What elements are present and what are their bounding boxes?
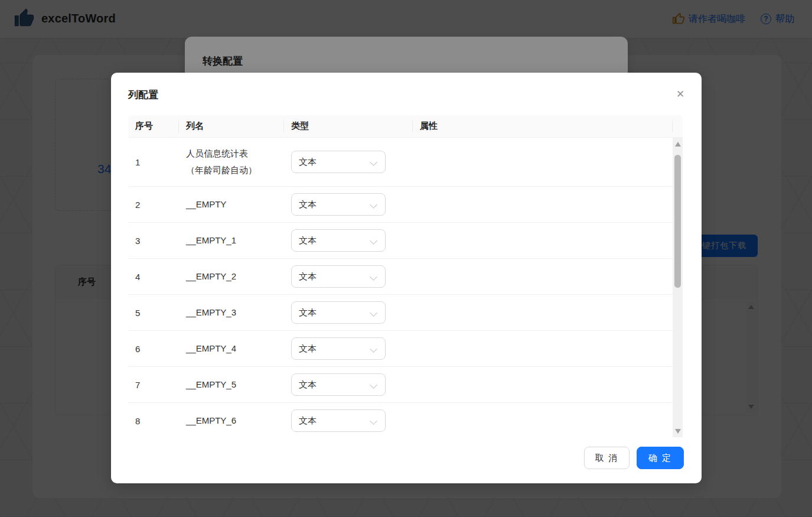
chevron-down-icon [370,273,377,281]
type-select-value: 文本 [299,307,317,318]
row-index: 8 [128,416,179,426]
type-select-value: 文本 [299,235,317,246]
type-cell: 文本 [284,409,413,432]
row-index: 1 [128,157,179,167]
column-config-modal: 列配置 ✕ 序号 列名 类型 属性 1 人员信息统计表 （年龄司龄自动） 文本 [111,73,702,483]
table-header-row: 序号 列名 类型 属性 [128,115,683,138]
type-select-value: 文本 [299,415,317,427]
type-select[interactable]: 文本 [291,151,386,173]
column-name: __EMPTY [179,196,284,213]
type-select[interactable]: 文本 [291,265,386,288]
column-name: __EMPTY_1 [179,232,284,249]
table-body: 1 人员信息统计表 （年龄司龄自动） 文本 2 __EMPTY [128,138,673,437]
row-index: 4 [128,272,179,282]
scroll-down-icon [675,429,681,434]
type-cell: 文本 [284,151,413,173]
column-name: __EMPTY_6 [179,412,284,429]
modal-table-scrollbar[interactable] [673,138,683,437]
row-index: 7 [128,380,179,390]
page: excelToWord 请作者喝咖啡 ? 帮助 34 一键打包下载 序号 [0,0,812,517]
type-cell: 文本 [284,265,413,288]
type-select[interactable]: 文本 [291,409,386,432]
cancel-button[interactable]: 取 消 [584,447,630,469]
chevron-down-icon [370,381,377,389]
type-select-value: 文本 [299,199,317,210]
column-name: __EMPTY_5 [179,376,284,393]
row-index: 2 [128,200,179,210]
type-cell: 文本 [284,373,413,396]
type-select[interactable]: 文本 [291,193,386,216]
column-name: __EMPTY_4 [179,340,284,357]
table-row: 8 __EMPTY_6 文本 [128,403,673,437]
header-scrollbar-spacer [673,115,683,137]
table-row: 7 __EMPTY_5 文本 [128,367,673,403]
column-config-table: 序号 列名 类型 属性 1 人员信息统计表 （年龄司龄自动） 文本 [128,115,683,437]
column-name: __EMPTY_2 [179,268,284,285]
chevron-down-icon [370,309,377,317]
scroll-up-icon [675,142,681,147]
type-cell: 文本 [284,229,413,252]
chevron-down-icon [370,158,377,166]
header-index: 序号 [128,115,179,137]
type-select[interactable]: 文本 [291,373,386,396]
column-name: __EMPTY_3 [179,304,284,321]
ok-button[interactable]: 确 定 [637,447,684,469]
row-index: 6 [128,344,179,354]
type-select-value: 文本 [299,157,317,168]
type-select-value: 文本 [299,379,317,391]
chevron-down-icon [370,417,377,425]
header-attr: 属性 [413,115,673,137]
type-cell: 文本 [284,193,413,216]
modal-title: 列配置 [128,88,158,102]
type-select-value: 文本 [299,271,317,282]
type-select[interactable]: 文本 [291,301,386,324]
table-row: 3 __EMPTY_1 文本 [128,223,673,259]
row-index: 3 [128,236,179,246]
type-cell: 文本 [284,301,413,324]
row-index: 5 [128,308,179,318]
modal-footer: 取 消 确 定 [584,447,684,469]
type-select-value: 文本 [299,343,317,355]
header-type: 类型 [284,115,413,137]
chevron-down-icon [370,201,377,209]
close-icon[interactable]: ✕ [673,87,687,101]
header-name: 列名 [179,115,284,137]
table-row: 1 人员信息统计表 （年龄司龄自动） 文本 [128,138,673,187]
table-row: 2 __EMPTY 文本 [128,187,673,223]
column-name: 人员信息统计表 （年龄司龄自动） [179,145,284,178]
table-row: 5 __EMPTY_3 文本 [128,295,673,331]
scrollbar-thumb[interactable] [674,155,681,288]
table-row: 4 __EMPTY_2 文本 [128,259,673,295]
chevron-down-icon [370,345,377,353]
type-select[interactable]: 文本 [291,337,386,360]
type-cell: 文本 [284,337,413,360]
table-row: 6 __EMPTY_4 文本 [128,331,673,367]
type-select[interactable]: 文本 [291,229,386,252]
chevron-down-icon [370,237,377,245]
